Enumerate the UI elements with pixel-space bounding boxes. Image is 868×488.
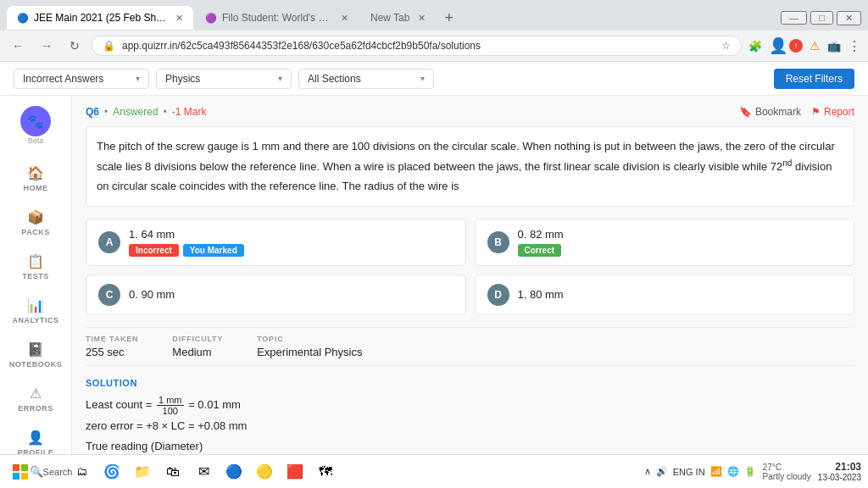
address-bar-icons: ☆ bbox=[721, 40, 731, 52]
svg-rect-1 bbox=[21, 464, 28, 471]
option-badges-b: Correct bbox=[518, 244, 564, 257]
solution-text: Least count = 1 mm 100 = 0.01 mm zero er… bbox=[86, 395, 854, 455]
menu-icon[interactable]: ⋮ bbox=[848, 38, 861, 54]
packs-icon: 📦 bbox=[27, 209, 44, 225]
solution-line1: Least count = 1 mm 100 = 0.01 mm bbox=[86, 395, 854, 416]
option-content-c: 0. 90 mm bbox=[129, 288, 175, 301]
option-d[interactable]: D 1. 80 mm bbox=[475, 274, 855, 315]
tab-active[interactable]: 🔵 JEE Main 2021 (25 Feb Shift 1) - C ✕ bbox=[7, 6, 193, 30]
browser-chrome: 🔵 JEE Main 2021 (25 Feb Shift 1) - C ✕ 🟣… bbox=[0, 0, 868, 62]
stat-topic: TOPIC Experimental Physics bbox=[257, 335, 362, 358]
physics-dropdown[interactable]: Physics ▾ bbox=[156, 69, 292, 89]
network-icon[interactable]: 🌐 bbox=[727, 466, 739, 477]
report-action[interactable]: ⚑ Report bbox=[811, 106, 854, 118]
profile-nav-icon: 👤 bbox=[27, 430, 44, 446]
taskbar-search[interactable]: 🔍 Search bbox=[37, 458, 64, 485]
taskbar-store[interactable]: 🛍 bbox=[159, 458, 186, 485]
option-content-b: 0. 82 mm Correct bbox=[518, 228, 564, 257]
stats-row: TIME TAKEN 255 sec DIFFICULTY Medium TOP… bbox=[86, 327, 854, 366]
solution-line2: zero error = +8 × LC = +0.08 mm bbox=[86, 416, 854, 437]
tab-close-2[interactable]: ✕ bbox=[341, 13, 348, 24]
dropdown-arrow-1: ▾ bbox=[136, 74, 140, 83]
tab-filo[interactable]: 🟣 Filo Student: World's Only Live Instan… bbox=[195, 6, 359, 30]
taskbar-mail[interactable]: ✉ bbox=[190, 458, 217, 485]
tests-icon: 📋 bbox=[27, 253, 44, 269]
profile-icon[interactable]: 👤 ! bbox=[769, 36, 803, 55]
option-badges-a: Incorrect You Marked bbox=[129, 244, 244, 257]
question-header: Q6 • Answered • -1 Mark 🔖 Bookmark ⚑ Rep… bbox=[86, 106, 854, 118]
option-c[interactable]: C 0. 90 mm bbox=[86, 274, 466, 315]
cast-icon[interactable]: 📺 bbox=[827, 40, 841, 53]
sidebar-logo: 🐾 Beta bbox=[20, 106, 51, 145]
stat-difficulty: DIFFICULTY Medium bbox=[172, 335, 223, 358]
sidebar-item-home[interactable]: 🏠 HOME bbox=[0, 158, 71, 199]
fraction-lc: 1 mm 100 bbox=[157, 395, 184, 416]
new-tab-button[interactable]: + bbox=[437, 9, 460, 27]
svg-rect-3 bbox=[21, 473, 28, 480]
close-button[interactable]: ✕ bbox=[837, 11, 861, 25]
analytics-icon: 📊 bbox=[27, 297, 44, 313]
reset-filters-button[interactable]: Reset Filters bbox=[774, 69, 854, 89]
content-area: Q6 • Answered • -1 Mark 🔖 Bookmark ⚑ Rep… bbox=[72, 96, 868, 455]
sidebar-item-tests[interactable]: 📋 TESTS bbox=[0, 247, 71, 287]
incorrect-answers-dropdown[interactable]: Incorrect Answers ▾ bbox=[14, 69, 149, 89]
volume-icon[interactable]: 🔊 bbox=[656, 466, 668, 477]
incorrect-badge: Incorrect bbox=[129, 244, 179, 257]
sidebar-item-analytics[interactable]: 📊 ANALYTICS bbox=[0, 291, 71, 331]
header-actions: 🔖 Bookmark ⚑ Report bbox=[739, 106, 854, 118]
svg-rect-0 bbox=[13, 464, 19, 471]
option-content-a: 1. 64 mm Incorrect You Marked bbox=[129, 228, 244, 257]
option-b[interactable]: B 0. 82 mm Correct bbox=[475, 219, 855, 266]
question-meta: Q6 • Answered • -1 Mark bbox=[86, 106, 206, 118]
you-marked-badge: You Marked bbox=[183, 244, 244, 257]
option-a[interactable]: A 1. 64 mm Incorrect You Marked bbox=[86, 219, 466, 266]
taskbar-time: 21:03 13-03-2023 bbox=[818, 461, 861, 482]
sections-dropdown[interactable]: All Sections ▾ bbox=[298, 69, 434, 89]
wifi-icon[interactable]: 📶 bbox=[710, 466, 722, 477]
svg-rect-2 bbox=[13, 473, 19, 480]
tab-close-1[interactable]: ✕ bbox=[175, 13, 183, 24]
taskbar-edge[interactable]: 🌀 bbox=[98, 458, 125, 485]
tab-close-3[interactable]: ✕ bbox=[418, 13, 426, 24]
taskbar-files[interactable]: 📁 bbox=[129, 458, 156, 485]
report-icon: ⚑ bbox=[811, 106, 821, 118]
dropdown-arrow-2: ▾ bbox=[278, 74, 282, 83]
alert-badge: ! bbox=[789, 39, 803, 53]
dropdown-arrow-3: ▾ bbox=[420, 74, 425, 83]
minimize-button[interactable]: — bbox=[781, 11, 807, 25]
taskbar-app2[interactable]: 🟡 bbox=[251, 458, 278, 485]
bookmark-action[interactable]: 🔖 Bookmark bbox=[739, 106, 801, 118]
bookmark-star-icon[interactable]: ☆ bbox=[721, 40, 731, 52]
forward-button[interactable]: → bbox=[36, 37, 58, 54]
taskbar-right: ∧ 🔊 ENG IN 📶 🌐 🔋 27°C Partly cloudy 21:0… bbox=[644, 461, 861, 482]
logo-icon[interactable]: 🐾 bbox=[20, 106, 51, 136]
language-label: ENG IN bbox=[673, 467, 705, 477]
extensions-icon[interactable]: 🧩 bbox=[748, 40, 762, 53]
solution-line3: True reading (Diameter) ← Prev 6 Next → bbox=[86, 436, 854, 455]
notebooks-icon: 📓 bbox=[27, 341, 44, 358]
tab-new[interactable]: New Tab ✕ bbox=[360, 6, 436, 30]
option-circle-c: C bbox=[98, 284, 120, 306]
solution-section: SOLUTION Least count = 1 mm 100 = 0.01 m… bbox=[86, 378, 854, 455]
sidebar-item-notebooks[interactable]: 📓 NOTEBOOKS bbox=[0, 335, 71, 375]
home-icon: 🏠 bbox=[27, 165, 44, 181]
sidebar-item-packs[interactable]: 📦 PACKS bbox=[0, 202, 71, 243]
address-bar[interactable]: 🔒 app.quizrr.in/62c5ca493f85644353f2e168… bbox=[92, 36, 742, 56]
taskbar: 🔍 Search 🗂 🌀 📁 🛍 ✉ 🔵 🟡 🟥 🗺 ∧ 🔊 ENG IN 📶 … bbox=[0, 454, 868, 488]
question-text: The pitch of the screw gauge is 1 mm and… bbox=[86, 126, 854, 207]
maximize-button[interactable]: □ bbox=[810, 11, 833, 25]
battery-icon[interactable]: 🔋 bbox=[744, 466, 756, 477]
sidebar: 🐾 Beta 🏠 HOME 📦 PACKS 📋 TESTS 📊 ANALYTIC… bbox=[0, 96, 72, 488]
up-arrow-icon[interactable]: ∧ bbox=[644, 466, 651, 477]
option-circle-d: D bbox=[487, 284, 509, 306]
stat-time-taken: TIME TAKEN 255 sec bbox=[86, 335, 138, 358]
sidebar-item-errors[interactable]: ⚠ ERRORS bbox=[0, 379, 71, 419]
back-button[interactable]: ← bbox=[7, 37, 29, 54]
refresh-button[interactable]: ↻ bbox=[64, 37, 85, 54]
taskbar-app1[interactable]: 🔵 bbox=[220, 458, 248, 485]
filter-bar: Incorrect Answers ▾ Physics ▾ All Sectio… bbox=[0, 62, 868, 96]
taskbar-taskview[interactable]: 🗂 bbox=[68, 458, 95, 485]
taskbar-app3[interactable]: 🟥 bbox=[281, 458, 309, 485]
taskbar-app4[interactable]: 🗺 bbox=[312, 458, 339, 485]
taskbar-weather: 27°C Partly cloudy bbox=[763, 463, 811, 481]
